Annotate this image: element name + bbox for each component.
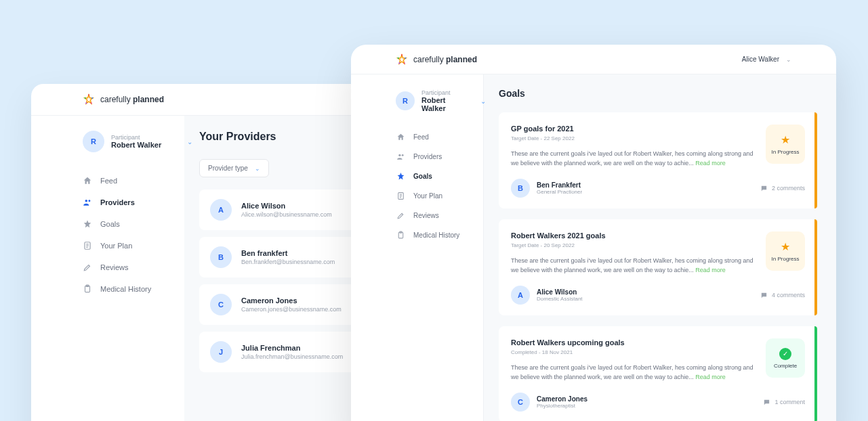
- sidebar-item-label: Medical History: [413, 231, 459, 239]
- status-label: Complete: [774, 363, 797, 369]
- sidebar-item-label: Reviews: [413, 212, 439, 219]
- sidebar-item-goals[interactable]: Goals: [83, 213, 172, 235]
- status-strip: [814, 326, 817, 421]
- participant-label: Participant: [421, 89, 471, 96]
- comments-count: 1 comment: [774, 399, 805, 405]
- star-icon: ★: [781, 240, 790, 253]
- svg-point-4: [91, 102, 92, 104]
- status-strip: [814, 219, 817, 315]
- sidebar-item-label: Reviews: [100, 263, 129, 271]
- status-badge: ★ In Progress: [766, 231, 805, 271]
- goal-description: These are the current goals i've layed o…: [511, 257, 753, 275]
- clipboard-icon: [83, 284, 92, 294]
- comment-icon: [763, 399, 770, 406]
- comments-link[interactable]: 4 comments: [760, 292, 805, 299]
- goal-card[interactable]: Robert Walkers upcoming goals Completed …: [499, 326, 817, 421]
- goal-author: A Alice Wilson Domestic Assistant: [511, 286, 583, 305]
- home-icon: [396, 133, 405, 141]
- goal-author: C Cameron Jones Physiotheraptist: [511, 393, 587, 412]
- star-icon: [83, 219, 92, 229]
- sidebar-item-label: Goals: [413, 173, 432, 180]
- brand-text: carefully planned: [100, 95, 164, 104]
- provider-type-filter[interactable]: Provider type ⌄: [199, 159, 269, 177]
- author-name: Alice Wilson: [537, 288, 583, 296]
- goal-card[interactable]: Robert Walkers 2021 goals Target Date - …: [499, 219, 817, 315]
- author-role: Physiotheraptist: [537, 403, 587, 409]
- svg-point-15: [401, 54, 402, 56]
- participant-avatar: R: [83, 131, 104, 152]
- sidebar-item-your-plan[interactable]: Your Plan: [83, 235, 172, 257]
- sidebar-item-medical-history[interactable]: Medical History: [396, 225, 471, 245]
- author-avatar: B: [511, 179, 530, 198]
- comments-count: 4 comments: [772, 292, 805, 298]
- svg-point-17: [404, 62, 405, 64]
- svg-point-5: [85, 200, 88, 202]
- goal-description: These are the current goals i've layed o…: [511, 150, 753, 168]
- sidebar-item-feed[interactable]: Feed: [396, 127, 471, 147]
- participant-switcher[interactable]: R Participant Robert Walker ⌄: [83, 131, 172, 152]
- read-more-link[interactable]: Read more: [695, 267, 726, 273]
- user-menu[interactable]: Alice Walker ⌄: [742, 56, 791, 63]
- clipboard-icon: [396, 231, 405, 240]
- sidebar-item-providers[interactable]: Providers: [396, 147, 471, 167]
- sidebar-item-goals[interactable]: Goals: [396, 167, 471, 186]
- sidebar-item-your-plan[interactable]: Your Plan: [396, 186, 471, 206]
- logo-icon: [396, 53, 408, 66]
- user-name: Alice Walker: [742, 56, 779, 63]
- logo-icon: [83, 93, 95, 106]
- sidebar-item-label: Feed: [100, 177, 117, 185]
- goal-description: These are the current goals i've layed o…: [511, 363, 753, 382]
- provider-name: Julia Frenchman: [241, 344, 343, 352]
- author-avatar: C: [511, 393, 530, 412]
- svg-point-0: [85, 97, 86, 99]
- provider-name: Alice Wilson: [241, 202, 332, 210]
- author-avatar: A: [511, 286, 530, 305]
- users-icon: [396, 152, 405, 161]
- chevron-down-icon: ⌄: [786, 56, 791, 63]
- document-icon: [83, 241, 92, 250]
- svg-point-19: [401, 154, 403, 156]
- read-more-link[interactable]: Read more: [695, 374, 726, 380]
- sidebar-item-label: Your Plan: [413, 192, 442, 200]
- sidebar-item-providers[interactable]: Providers: [83, 192, 172, 213]
- sidebar-item-reviews[interactable]: Reviews: [83, 257, 172, 278]
- document-icon: [396, 192, 405, 200]
- goals-window: carefully planned Alice Walker ⌄ R Parti…: [351, 45, 836, 421]
- brand-logo: carefully planned: [83, 93, 164, 106]
- brand-logo: carefully planned: [396, 53, 477, 66]
- page-title: Goals: [499, 88, 817, 99]
- comment-icon: [760, 292, 768, 299]
- filter-label: Provider type: [208, 164, 248, 172]
- provider-avatar: C: [210, 294, 232, 315]
- status-badge: ✓ Complete: [766, 338, 805, 378]
- author-name: Cameron Jones: [537, 395, 587, 403]
- author-role: Domestic Assistant: [537, 296, 583, 302]
- provider-email: Cameron.jones@businessname.com: [241, 306, 342, 313]
- provider-email: Ben.frankfert@businessname.com: [241, 259, 335, 265]
- goal-author: B Ben Frankfert General Practioner: [511, 179, 582, 198]
- brand-text: carefully planned: [413, 55, 477, 64]
- participant-switcher[interactable]: R Participant Robert Walker ⌄: [396, 89, 471, 112]
- sidebar-item-label: Goals: [100, 220, 120, 228]
- star-icon: [396, 172, 405, 181]
- sidebar-item-label: Your Plan: [100, 242, 132, 250]
- chevron-down-icon: ⌄: [480, 97, 486, 105]
- goal-card[interactable]: GP goals for 2021 Target Date - 22 Sep 2…: [499, 112, 817, 208]
- sidebar-item-feed[interactable]: Feed: [83, 170, 172, 192]
- sidebar-item-medical-history[interactable]: Medical History: [83, 278, 172, 300]
- participant-label: Participant: [111, 134, 161, 141]
- comments-link[interactable]: 2 comments: [760, 185, 805, 192]
- pen-icon: [396, 211, 405, 220]
- status-label: In Progress: [772, 149, 800, 155]
- read-more-link[interactable]: Read more: [695, 160, 726, 167]
- svg-point-6: [88, 200, 90, 202]
- sidebar-item-label: Providers: [413, 153, 442, 160]
- provider-name: Cameron Jones: [241, 296, 342, 305]
- status-badge: ★ In Progress: [766, 125, 805, 164]
- goal-title: Robert Walkers 2021 goals: [511, 231, 753, 240]
- sidebar-item-reviews[interactable]: Reviews: [396, 206, 471, 225]
- goal-date: Completed - 18 Nov 2021: [511, 349, 753, 355]
- participant-name: Robert Walker: [421, 96, 471, 112]
- comments-link[interactable]: 1 comment: [763, 399, 805, 406]
- author-role: General Practioner: [537, 189, 582, 195]
